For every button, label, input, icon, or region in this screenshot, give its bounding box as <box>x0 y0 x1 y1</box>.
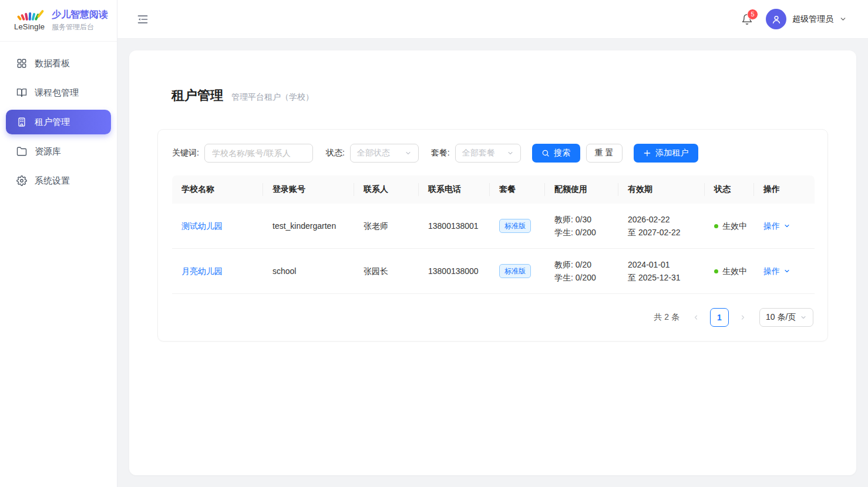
phone-cell: 13800138000 <box>419 249 490 294</box>
status-label: 状态: <box>326 148 345 158</box>
sidebar-item-label: 租户管理 <box>35 117 70 128</box>
row-actions-dropdown[interactable]: 操作 <box>763 219 790 232</box>
logo-bars-icon <box>16 10 42 22</box>
avatar <box>766 9 786 29</box>
search-icon <box>541 149 550 157</box>
gear-icon <box>16 175 27 186</box>
sidebar-item-tenants[interactable]: 租户管理 <box>6 110 111 134</box>
col-status: 状态 <box>705 175 754 204</box>
pagination-next-icon[interactable] <box>735 308 751 327</box>
brand-subtitle: 服务管理后台 <box>52 22 108 32</box>
row-actions-label: 操作 <box>763 219 780 232</box>
tenant-table: 学校名称 登录账号 联系人 联系电话 套餐 配额使用 有效期 状态 操作 <box>172 175 815 294</box>
chevron-down-icon <box>800 314 807 321</box>
tenant-card: 租户管理 管理平台租户（学校） 关键词: 状态: 全部状态 套餐: <box>129 50 856 475</box>
col-login-account: 登录账号 <box>263 175 354 204</box>
folder-icon <box>16 146 27 157</box>
notification-badge: 5 <box>747 9 758 20</box>
page-size-select[interactable]: 10 条/页 <box>759 308 813 327</box>
topbar: 5 超级管理员 <box>117 0 868 39</box>
plan-select[interactable]: 全部套餐 <box>455 144 521 163</box>
user-name: 超级管理员 <box>792 14 833 25</box>
account-cell: test_kindergarten <box>263 204 354 249</box>
status-badge: 生效中 <box>714 219 747 232</box>
contact-cell: 张园长 <box>354 249 419 294</box>
filter-bar: 关键词: 状态: 全部状态 套餐: 全部套餐 <box>172 144 813 163</box>
page-size-value: 10 条/页 <box>766 312 796 323</box>
pagination-page-1[interactable]: 1 <box>710 308 729 327</box>
status-dot-icon <box>714 269 718 273</box>
page-subtitle: 管理平台租户（学校） <box>231 92 314 103</box>
sidebar-item-course-packages[interactable]: 课程包管理 <box>6 80 111 105</box>
brand-title: 少儿智慧阅读 <box>52 9 108 21</box>
plan-tag: 标准版 <box>499 264 531 278</box>
col-quota: 配额使用 <box>545 175 618 204</box>
plan-label: 套餐: <box>431 148 450 158</box>
quota-cell: 教师: 0/20 学生: 0/200 <box>545 249 618 294</box>
brand-logo-text: LeSingle <box>14 22 45 31</box>
sidebar-menu: 数据看板 课程包管理 租户管理 资源库 系统设置 <box>0 42 117 198</box>
chevron-down-icon <box>783 222 790 229</box>
plan-tag: 标准版 <box>499 219 531 233</box>
validity-cell: 2024-01-01 至 2025-12-31 <box>618 249 705 294</box>
add-tenant-button[interactable]: 添加租户 <box>634 144 698 163</box>
main-content: 租户管理 管理平台租户（学校） 关键词: 状态: 全部状态 套餐: <box>117 39 868 487</box>
sidebar-item-settings[interactable]: 系统设置 <box>6 168 111 193</box>
add-tenant-button-label: 添加租户 <box>655 148 688 158</box>
keyword-input[interactable] <box>204 144 313 163</box>
table-row: 月亮幼儿园 school 张园长 13800138000 标准版 教师: 0/2… <box>172 249 815 294</box>
plan-select-value: 全部套餐 <box>462 148 495 158</box>
chevron-down-icon <box>405 150 412 157</box>
quota-cell: 教师: 0/30 学生: 0/200 <box>545 204 618 249</box>
sidebar-item-label: 资源库 <box>35 146 61 157</box>
search-button-label: 搜索 <box>554 148 570 158</box>
account-cell: school <box>263 249 354 294</box>
status-badge: 生效中 <box>714 265 747 278</box>
sidebar-item-label: 数据看板 <box>35 58 70 69</box>
search-button[interactable]: 搜索 <box>532 144 580 163</box>
status-select[interactable]: 全部状态 <box>350 144 419 163</box>
plus-icon <box>643 149 651 157</box>
chevron-down-icon <box>507 150 514 157</box>
contact-cell: 张老师 <box>354 204 419 249</box>
notification-bell-icon[interactable]: 5 <box>741 13 753 25</box>
brand-block: LeSingle 少儿智慧阅读 服务管理后台 <box>0 0 117 42</box>
col-phone: 联系电话 <box>419 175 490 204</box>
school-link[interactable]: 月亮幼儿园 <box>181 266 223 276</box>
keyword-label: 关键词: <box>172 148 199 158</box>
sidebar-item-dashboard[interactable]: 数据看板 <box>6 51 111 76</box>
page-title: 租户管理 <box>171 87 223 104</box>
reset-button[interactable]: 重 置 <box>586 144 623 163</box>
pagination: 共 2 条 1 10 条/页 <box>172 308 813 327</box>
dashboard-icon <box>16 58 27 69</box>
sidebar: LeSingle 少儿智慧阅读 服务管理后台 数据看板 课程包管理 租户管理 <box>0 0 117 487</box>
brand-logo: LeSingle <box>14 10 45 31</box>
pagination-total: 共 2 条 <box>654 312 679 323</box>
chevron-down-icon <box>839 15 847 23</box>
col-school-name: 学校名称 <box>172 175 263 204</box>
user-menu[interactable]: 超级管理员 <box>766 9 847 29</box>
reset-button-label: 重 置 <box>595 148 614 158</box>
sidebar-item-label: 课程包管理 <box>35 87 79 99</box>
table-row: 测试幼儿园 test_kindergarten 张老师 13800138001 … <box>172 204 815 249</box>
col-plan: 套餐 <box>490 175 545 204</box>
sidebar-item-resources[interactable]: 资源库 <box>6 139 111 164</box>
col-contact: 联系人 <box>354 175 419 204</box>
tenant-panel: 关键词: 状态: 全部状态 套餐: 全部套餐 <box>157 129 828 341</box>
phone-cell: 13800138001 <box>419 204 490 249</box>
row-actions-dropdown[interactable]: 操作 <box>763 265 790 278</box>
sidebar-collapse-icon[interactable] <box>137 13 149 25</box>
row-actions-label: 操作 <box>763 265 780 278</box>
status-select-value: 全部状态 <box>357 148 390 158</box>
col-validity: 有效期 <box>618 175 705 204</box>
building-icon <box>16 117 27 127</box>
col-actions: 操作 <box>754 175 815 204</box>
book-icon <box>16 87 27 98</box>
pagination-prev-icon[interactable] <box>688 308 704 327</box>
validity-cell: 2026-02-22 至 2027-02-22 <box>618 204 705 249</box>
table-header-row: 学校名称 登录账号 联系人 联系电话 套餐 配额使用 有效期 状态 操作 <box>172 175 815 204</box>
school-link[interactable]: 测试幼儿园 <box>181 221 223 231</box>
status-dot-icon <box>714 224 718 228</box>
chevron-down-icon <box>783 268 790 275</box>
sidebar-item-label: 系统设置 <box>35 175 70 187</box>
